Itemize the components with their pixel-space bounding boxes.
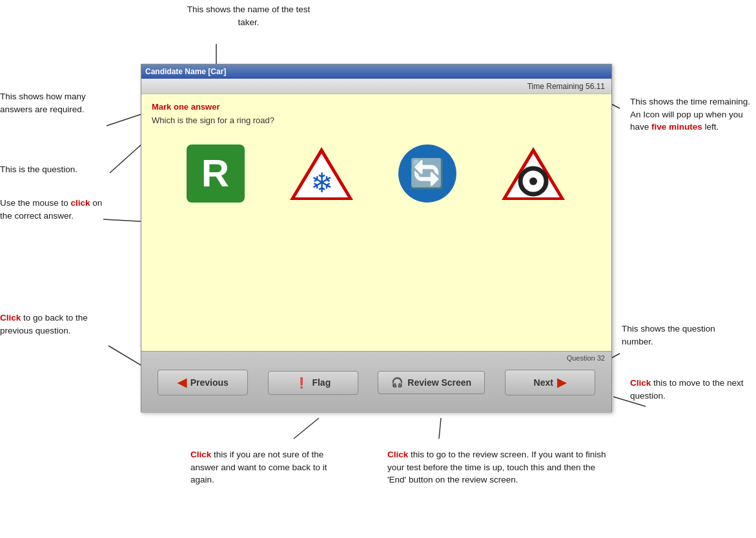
timer-display: Time Remaining 56.11	[527, 82, 605, 91]
annotation-review: Click this to go to the review screen. I…	[387, 448, 607, 486]
roundabout-symbol: 🔄	[409, 159, 445, 188]
flag-icon: ❗	[295, 377, 308, 389]
sign-ring-road[interactable]	[500, 144, 567, 203]
timer-bar: Time Remaining 56.11	[141, 79, 611, 94]
annotation-timer: This shows the time remaining. An Icon w…	[630, 95, 756, 134]
annotation-question: This is the question.	[0, 163, 110, 176]
previous-button[interactable]: ◀ Previous	[158, 370, 248, 395]
svg-line-8	[294, 418, 319, 439]
svg-point-17	[529, 177, 537, 185]
previous-arrow-icon: ◀	[178, 375, 187, 390]
question-number-display: Question 32	[141, 352, 611, 362]
sign-snowflake[interactable]: ❄	[288, 144, 355, 203]
bottom-bar: Question 32 ◀ Previous ❗ Flag 🎧 Review S…	[141, 351, 611, 413]
test-window: Candidate Name [Car] Time Remaining 56.1…	[141, 64, 612, 412]
svg-text:❄: ❄	[310, 168, 332, 198]
next-button[interactable]: Next ▶	[505, 370, 595, 395]
question-text: Which is the sign for a ring road?	[152, 115, 601, 125]
sign-r[interactable]: R	[187, 144, 245, 203]
nav-buttons-container: ◀ Previous ❗ Flag 🎧 Review Screen Next ▶	[141, 362, 611, 403]
r-letter: R	[201, 154, 229, 193]
ring-road-triangle-svg	[500, 144, 567, 203]
review-screen-button[interactable]: 🎧 Review Screen	[378, 371, 485, 394]
content-area: Mark one answer Which is the sign for a …	[141, 94, 611, 351]
annotation-previous: Click to go back to the previous questio…	[0, 312, 110, 337]
flag-button[interactable]: ❗ Flag	[268, 371, 358, 395]
svg-line-9	[439, 418, 441, 439]
next-arrow-icon: ▶	[557, 375, 566, 390]
next-label: Next	[534, 377, 553, 388]
annotation-question-number: This shows the question number.	[622, 323, 748, 348]
annotation-flag: Click this if you are not sure of the an…	[190, 448, 342, 486]
previous-label: Previous	[190, 377, 229, 388]
annotation-next: Click this to move to the next question.	[630, 377, 756, 402]
review-icon: 🎧	[391, 377, 404, 388]
snowflake-triangle-svg: ❄	[288, 144, 355, 203]
signs-container: R ❄ 🔄	[152, 144, 601, 203]
window-title: Candidate Name [Car]	[145, 67, 226, 76]
title-bar: Candidate Name [Car]	[141, 65, 611, 79]
flag-label: Flag	[312, 377, 331, 388]
review-label: Review Screen	[407, 377, 471, 388]
annotation-title: This shows the name of the test taker.	[184, 3, 313, 28]
sign-roundabout[interactable]: 🔄	[398, 144, 456, 203]
instruction-label: Mark one answer	[152, 102, 601, 112]
annotation-answers-required: This shows how many answers are required…	[0, 90, 110, 115]
annotation-mouse-click: Use the mouse to click on the correct an…	[0, 197, 107, 222]
